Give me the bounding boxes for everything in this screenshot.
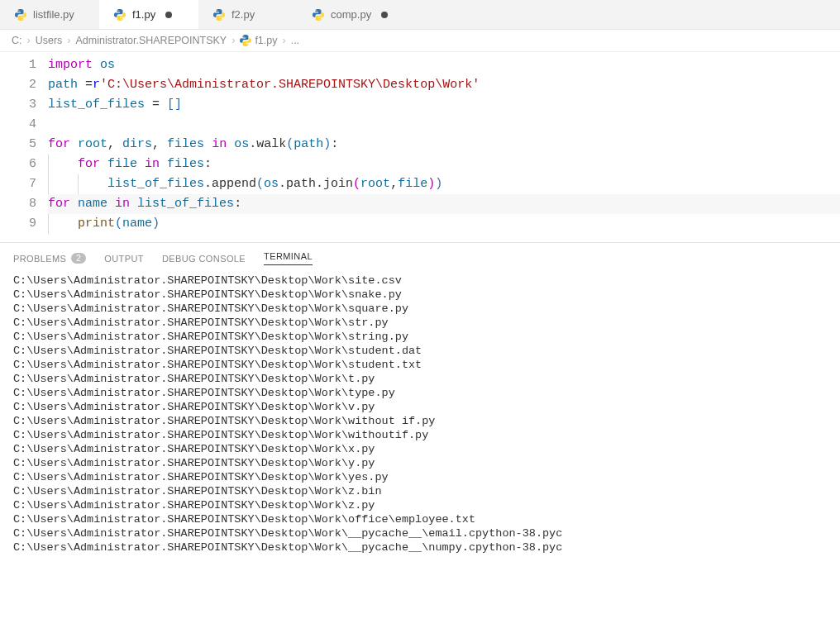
breadcrumb-more[interactable]: ... bbox=[291, 35, 299, 46]
line-number: 9 bbox=[0, 214, 36, 234]
chevron-right-icon: › bbox=[282, 35, 285, 46]
line-number: 7 bbox=[0, 174, 36, 194]
editor-tab[interactable]: f2.py bbox=[198, 0, 298, 29]
line-number-gutter: 123456789 bbox=[0, 55, 48, 234]
code-line[interactable]: list_of_files = [] bbox=[48, 95, 840, 115]
line-number: 1 bbox=[0, 55, 36, 75]
editor-tab[interactable]: listfile.py bbox=[0, 0, 99, 29]
problems-count-badge: 2 bbox=[71, 253, 86, 264]
code-line[interactable]: for root, dirs, files in os.walk(path): bbox=[48, 135, 840, 155]
tab-label: f2.py bbox=[231, 8, 255, 21]
dirty-indicator-icon bbox=[381, 12, 388, 18]
code-line[interactable]: print(name) bbox=[48, 214, 840, 234]
breadcrumb-file[interactable]: f1.py bbox=[240, 35, 277, 46]
dirty-indicator-icon bbox=[165, 12, 172, 18]
chevron-right-icon: › bbox=[231, 35, 235, 46]
line-number: 4 bbox=[0, 115, 36, 135]
editor-tab-bar: listfile.pyf1.pyf2.pycomp.py bbox=[0, 0, 840, 30]
panel-tab-output[interactable]: OUTPUT bbox=[104, 254, 144, 264]
breadcrumb-segment[interactable]: C: bbox=[12, 35, 22, 46]
code-line[interactable]: path =r'C:\Users\Administrator.SHAREPOIN… bbox=[48, 75, 840, 95]
line-number: 5 bbox=[0, 135, 36, 155]
tab-label: f1.py bbox=[132, 8, 155, 21]
chevron-right-icon: › bbox=[27, 35, 31, 46]
panel-tab-label: OUTPUT bbox=[104, 254, 144, 264]
python-icon bbox=[213, 9, 225, 21]
code-line[interactable]: list_of_files.append(os.path.join(root,f… bbox=[48, 174, 840, 194]
line-number: 2 bbox=[0, 75, 36, 95]
python-icon bbox=[114, 9, 126, 21]
code-area[interactable]: import ospath =r'C:\Users\Administrator.… bbox=[48, 55, 840, 234]
panel-tab-problems[interactable]: PROBLEMS 2 bbox=[13, 253, 86, 264]
line-number: 3 bbox=[0, 95, 36, 115]
breadcrumb: C:›Users›Administrator.SHAREPOINTSKY›f1.… bbox=[0, 30, 840, 52]
panel-tab-debug-console[interactable]: DEBUG CONSOLE bbox=[162, 254, 246, 264]
terminal-output[interactable]: C:\Users\Administrator.SHAREPOINTSKY\Des… bbox=[0, 270, 840, 564]
code-line[interactable] bbox=[48, 115, 840, 135]
breadcrumb-segment[interactable]: Administrator.SHAREPOINTSKY bbox=[76, 35, 227, 46]
chevron-right-icon: › bbox=[67, 35, 70, 46]
editor-tab[interactable]: f1.py bbox=[99, 0, 198, 29]
line-number: 6 bbox=[0, 155, 36, 174]
tab-label: comp.py bbox=[331, 8, 371, 21]
panel-tab-terminal[interactable]: TERMINAL bbox=[264, 251, 313, 265]
python-icon bbox=[15, 9, 26, 21]
code-editor[interactable]: 123456789 import ospath =r'C:\Users\Admi… bbox=[0, 52, 840, 242]
panel-tab-bar: PROBLEMS 2 OUTPUT DEBUG CONSOLE TERMINAL bbox=[0, 243, 840, 270]
editor-tab[interactable]: comp.py bbox=[298, 0, 403, 29]
code-line[interactable]: import os bbox=[48, 55, 840, 75]
line-number: 8 bbox=[0, 194, 36, 214]
code-line[interactable]: for name in list_of_files: bbox=[48, 194, 840, 214]
python-icon bbox=[240, 35, 251, 46]
code-line[interactable]: for file in files: bbox=[48, 155, 840, 174]
tab-label: listfile.py bbox=[33, 8, 74, 21]
panel-tab-label: DEBUG CONSOLE bbox=[162, 254, 246, 264]
python-icon bbox=[313, 9, 324, 21]
breadcrumb-segment[interactable]: Users bbox=[36, 35, 63, 46]
panel-tab-label: TERMINAL bbox=[264, 251, 313, 261]
panel-tab-label: PROBLEMS bbox=[13, 254, 66, 264]
